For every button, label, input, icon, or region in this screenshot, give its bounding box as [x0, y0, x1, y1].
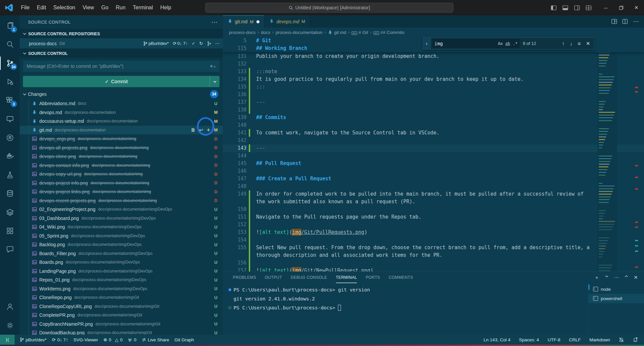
- remote-indicator[interactable]: ⟩⟨: [0, 335, 15, 345]
- find-expand-icon[interactable]: ›: [423, 38, 430, 49]
- command-center-search[interactable]: Untitled (Workspace) [Administrator]: [205, 3, 453, 13]
- whole-word-icon[interactable]: ab: [505, 41, 510, 46]
- file-row-devops-project-info.png[interactable]: devops-project-info.pngdocs\process-docu…: [20, 179, 223, 188]
- code-editor[interactable]: 5# Git115## Working Branch 131Publish yo…: [223, 37, 644, 271]
- minimap[interactable]: [597, 37, 617, 271]
- close-panel-icon[interactable]: ✕: [634, 274, 638, 281]
- panel-tab-output[interactable]: OUTPUT: [265, 272, 282, 283]
- file-row-03_Dashboard.png[interactable]: 03_Dashboard.pngdocs\process-documentati…: [20, 214, 223, 223]
- docker-icon[interactable]: [0, 147, 20, 166]
- sidebar-more-actions-icon[interactable]: ⋯: [212, 19, 218, 26]
- repo-sync-status[interactable]: 0↓ 7↑: [177, 41, 188, 46]
- minimize-button[interactable]: ─: [598, 0, 613, 15]
- commit-message-input[interactable]: Message (Ctrl+Enter to commit on "pBurt/…: [23, 61, 220, 72]
- stage-changes-icon[interactable]: +: [207, 126, 210, 134]
- menu-selection[interactable]: Selection: [50, 3, 79, 13]
- panel-tab-ports[interactable]: PORTS: [366, 272, 380, 283]
- customize-layout-icon[interactable]: [586, 5, 591, 10]
- commit-button[interactable]: ✓ Commit: [23, 76, 220, 87]
- status-git-graph[interactable]: Git Graph: [174, 337, 194, 342]
- repo-branch[interactable]: pBurt/dev*: [149, 41, 169, 46]
- run-debug-icon[interactable]: [0, 73, 20, 91]
- status-sync[interactable]: ⟳ 0↓ 7↑: [52, 337, 68, 342]
- file-row-CopyBranchNamePR.png[interactable]: CopyBranchNamePR.pngdocs\process-documen…: [20, 320, 223, 329]
- file-row-02_EngineeringProject.png[interactable]: 02_EngineeringProject.pngdocs\process-do…: [20, 205, 223, 214]
- breadcrumb-item[interactable]: git.md: [328, 30, 346, 35]
- database-icon[interactable]: [0, 184, 20, 203]
- split-editor-icon[interactable]: [622, 19, 628, 24]
- terminal-item-powershell[interactable]: ⟩powershell: [588, 294, 644, 303]
- sparkle-icon[interactable]: ✧✧: [210, 64, 216, 69]
- file-row-Abbreviations.md[interactable]: Abbreviations.mddocsU: [20, 99, 223, 108]
- test-beaker-icon[interactable]: [0, 166, 20, 184]
- status-svg-viewer[interactable]: SVG-Viewer: [74, 337, 98, 342]
- breadcrumb-item[interactable]: process-documentation: [276, 30, 322, 35]
- discard-changes-icon[interactable]: ↩: [199, 127, 203, 133]
- breadcrumb-item[interactable]: docs: [261, 30, 270, 35]
- layers-icon[interactable]: [0, 203, 20, 222]
- status-live-share[interactable]: Live Share: [142, 337, 169, 342]
- panel-tab-problems[interactable]: PROBLEMS: [233, 272, 256, 283]
- apps-grid-icon[interactable]: [0, 222, 20, 240]
- tab-git.md[interactable]: git.mdM: [223, 15, 264, 28]
- menu-view[interactable]: View: [79, 3, 97, 13]
- breadcrumb-item[interactable]: abc## Commits: [374, 30, 404, 35]
- status-line-col[interactable]: Ln 143, Col 4: [484, 337, 510, 342]
- next-match-icon[interactable]: ↓: [570, 41, 572, 47]
- toggle-panel-icon[interactable]: [563, 5, 568, 10]
- extensions-icon[interactable]: 3: [0, 91, 20, 110]
- menu-file[interactable]: File: [17, 3, 33, 13]
- find-in-selection-icon[interactable]: ≡: [578, 41, 581, 47]
- refresh-icon[interactable]: ↻: [199, 41, 203, 46]
- file-row-Boards_Filter.png[interactable]: Boards_Filter.pngdocs\process-documentat…: [20, 249, 223, 258]
- notifications-muted-icon[interactable]: [619, 337, 624, 342]
- status-language[interactable]: Markdown: [589, 337, 610, 342]
- terminal-output[interactable]: PS C:\Users\paul.burt\process-docs> git …: [223, 283, 588, 335]
- file-row-LandingPage.png[interactable]: LandingPage.pngdocs\process-documentatio…: [20, 267, 223, 276]
- terminal-item-node[interactable]: ⟩node: [588, 284, 644, 294]
- toggle-secondary-sidebar-icon[interactable]: [574, 5, 580, 10]
- explorer-icon[interactable]: 1: [0, 17, 20, 35]
- file-row-devops-recent-projects.png[interactable]: devops-recent-projects.pngdocs\process-d…: [20, 196, 223, 205]
- settings-gear-icon[interactable]: [0, 316, 20, 335]
- scm-section-header[interactable]: SOURCE CONTROL: [20, 49, 223, 58]
- file-row-CompletePR.png[interactable]: CompletePR.pngdocs\process-documentation…: [20, 311, 223, 320]
- close-find-icon[interactable]: ✕: [586, 41, 590, 47]
- file-row-devops-contact-info.png[interactable]: devops-contact-info.pngdocs\process-docu…: [20, 161, 223, 170]
- status-eol[interactable]: CRLF: [569, 337, 580, 342]
- menu-go[interactable]: Go: [98, 3, 112, 13]
- r-language-icon[interactable]: [0, 128, 20, 147]
- graph-icon[interactable]: [207, 41, 211, 46]
- panel-more-icon[interactable]: ⋯: [614, 274, 619, 281]
- changes-section-header[interactable]: Changes 34: [20, 89, 223, 99]
- menu-terminal[interactable]: Terminal: [129, 3, 156, 13]
- match-case-icon[interactable]: Aa: [498, 41, 503, 46]
- commit-dropdown-button[interactable]: [210, 76, 220, 87]
- dirty-indicator[interactable]: [256, 20, 259, 23]
- terminal-dropdown-icon[interactable]: [605, 275, 608, 277]
- comments-icon[interactable]: [0, 240, 20, 259]
- status-problems[interactable]: ⊗0 △0: [103, 337, 123, 342]
- toggle-sidebar-icon[interactable]: [551, 5, 557, 10]
- file-row-devops-project-links.png[interactable]: devops-project-links.pngdocs\process-doc…: [20, 187, 223, 196]
- editor-more-actions-icon[interactable]: ⋯: [633, 18, 639, 25]
- file-row-devops-all-projects.png[interactable]: devops-all-projects.pngdocs\process-docu…: [20, 143, 223, 152]
- repo-row-process-docs[interactable]: process-docs Git pBurt/dev* ⟳ 0↓ 7↑ ✓ ↻ …: [20, 38, 223, 49]
- file-row-DownloadBackup.png[interactable]: DownloadBackup.pngdocs\process-documenta…: [20, 328, 223, 335]
- remote-explorer-icon[interactable]: [0, 110, 20, 128]
- maximize-panel-icon[interactable]: [625, 275, 628, 277]
- panel-tab-comments[interactable]: COMMENTS: [389, 272, 413, 283]
- close-button[interactable]: ✕: [629, 0, 644, 15]
- file-row-git.md[interactable]: git.mddocs\process-documentation🗎↩+M: [20, 126, 223, 135]
- status-ports[interactable]: 0: [128, 337, 136, 342]
- file-row-Backlog.png[interactable]: Backlog.pngdocs\process-documentation\im…: [20, 240, 223, 249]
- commit-check-icon[interactable]: ✓: [192, 41, 195, 46]
- panel-tab-debug-console[interactable]: DEBUG CONSOLE: [291, 272, 327, 283]
- menu-run[interactable]: Run: [112, 3, 129, 13]
- file-row-CloneRepo.png[interactable]: CloneRepo.pngdocs\process-documentation\…: [20, 293, 223, 302]
- accounts-icon[interactable]: [0, 297, 20, 316]
- previous-match-icon[interactable]: ↑: [562, 41, 565, 47]
- open-preview-icon[interactable]: [611, 19, 617, 24]
- breadcrumb-item[interactable]: process-docs: [229, 30, 255, 35]
- restore-button[interactable]: [613, 0, 629, 15]
